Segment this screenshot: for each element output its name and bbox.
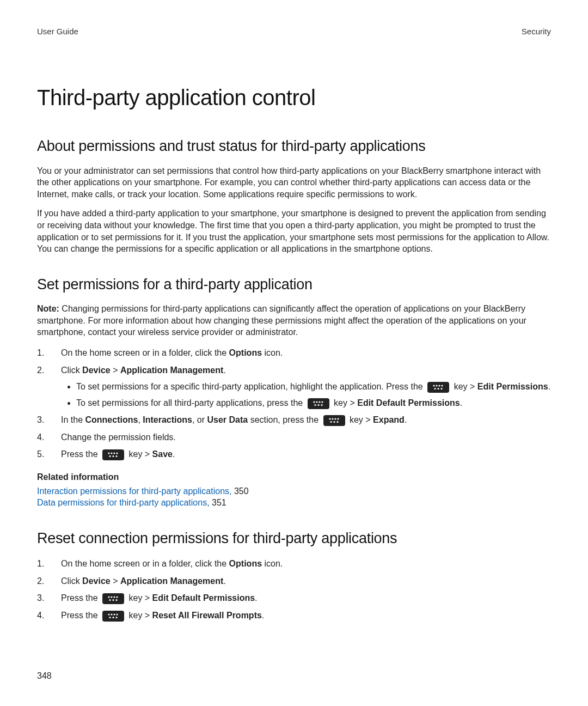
step-text: In the [61,415,85,424]
xref-page: 350 [232,486,249,496]
svg-point-18 [330,421,332,423]
svg-point-28 [108,597,109,598]
bullet-specific-app: To set permissions for a specific third-… [76,380,551,393]
reset-steps-list: On the home screen or in a folder, click… [37,557,551,622]
step-text: , or [192,415,207,424]
step-text: > [111,576,120,586]
related-link-row-1: Interaction permissions for third-party … [37,485,551,497]
section-set-heading: Set permissions for a third-party applic… [37,275,551,294]
xref-interaction-permissions[interactable]: Interaction permissions for third-party … [37,486,232,496]
bullet-text: . [548,382,550,391]
set-step-2: Click Device > Application Management. T… [37,363,551,410]
step-bold: Expand [373,415,405,424]
bullet-all-apps: To set permissions for all third-party a… [76,397,551,410]
svg-point-4 [434,388,436,389]
svg-point-12 [317,404,319,406]
svg-point-7 [313,401,315,403]
svg-point-38 [116,613,118,615]
svg-point-2 [439,385,440,386]
blackberry-menu-key-icon [102,611,124,622]
step-bold: Application Management [120,366,223,375]
svg-point-39 [109,617,111,618]
bullet-text: key > [451,382,477,391]
step-text: On the home screen or in a folder, click… [61,348,229,357]
set-step-5: Press the key > Save. [37,447,551,461]
blackberry-menu-key-icon [102,593,124,604]
svg-point-11 [314,404,316,406]
set-step-2-bullets: To set permissions for a specific third-… [61,380,551,410]
svg-point-0 [433,385,435,386]
svg-point-15 [332,418,333,419]
reset-step-3: Press the key > Edit Default Permissions… [37,591,551,605]
step-text: Press the [61,449,100,459]
step-bold: Device [82,576,111,586]
set-step-1: On the home screen or in a folder, click… [37,346,551,360]
header-right: Security [522,26,551,37]
set-step-4: Change the permission fields. [37,430,551,445]
svg-point-29 [111,597,112,598]
svg-point-16 [334,418,336,419]
page-header: User Guide Security [37,26,551,37]
step-bold: Connections [85,415,138,424]
step-bold: Options [229,559,262,568]
step-text: . [405,415,407,424]
svg-point-33 [112,599,114,601]
svg-point-23 [113,453,115,454]
svg-point-35 [108,613,109,615]
svg-point-10 [321,401,323,403]
step-text: icon. [262,559,283,568]
svg-point-24 [116,453,118,454]
related-info-heading: Related information [37,471,551,483]
about-paragraph-1: You or your administrator can set permis… [37,165,551,200]
page-number: 348 [37,670,52,682]
bullet-text: . [460,398,462,407]
reset-step-1: On the home screen or in a folder, click… [37,557,551,571]
svg-point-19 [333,421,335,423]
svg-point-21 [108,453,109,454]
header-left: User Guide [37,26,78,37]
about-paragraph-2: If you have added a third-party applicat… [37,208,551,254]
step-text: On the home screen or in a folder, click… [61,559,229,568]
xref-data-permissions[interactable]: Data permissions for third-party applica… [37,498,210,507]
svg-point-30 [113,597,115,598]
document-page: User Guide Security Third-party applicat… [0,0,588,706]
step-bold: Reset All Firewall Prompts [152,611,262,620]
svg-point-41 [115,617,117,618]
note-label: Note: [37,304,59,313]
step-bold: User Data [207,415,248,424]
svg-point-6 [441,388,443,389]
bullet-bold: Edit Permissions [477,382,548,391]
svg-point-22 [111,453,112,454]
svg-point-9 [318,401,320,403]
step-text: > [111,366,120,375]
step-bold: Edit Default Permissions [152,593,255,602]
svg-point-8 [316,401,317,403]
svg-point-13 [321,404,322,406]
step-text: Press the [61,593,100,602]
set-note: Note: Changing permissions for third-par… [37,303,551,338]
blackberry-menu-key-icon [427,382,449,393]
bullet-bold: Edit Default Permissions [357,398,460,407]
step-bold: Application Management [120,576,223,586]
svg-point-3 [442,385,443,386]
svg-point-31 [116,597,118,598]
svg-point-32 [109,599,111,601]
step-bold: Save [152,449,173,459]
step-text: key > [126,611,152,620]
step-text: key > [347,415,373,424]
svg-point-1 [436,385,438,386]
svg-point-37 [113,613,115,615]
section-about-heading: About permissions and trust status for t… [37,136,551,156]
step-text: . [255,593,257,602]
svg-point-34 [115,599,117,601]
step-text: . [223,576,225,586]
step-text: . [173,449,175,459]
section-reset-heading: Reset connection permissions for third-p… [37,528,551,548]
step-bold: Device [82,366,111,375]
related-link-row-2: Data permissions for third-party applica… [37,497,551,509]
reset-step-2: Click Device > Application Management. [37,574,551,588]
blackberry-menu-key-icon [323,415,345,426]
set-step-3: In the Connections, Interactions, or Use… [37,413,551,427]
svg-point-14 [329,418,330,419]
step-bold: Options [229,348,262,357]
